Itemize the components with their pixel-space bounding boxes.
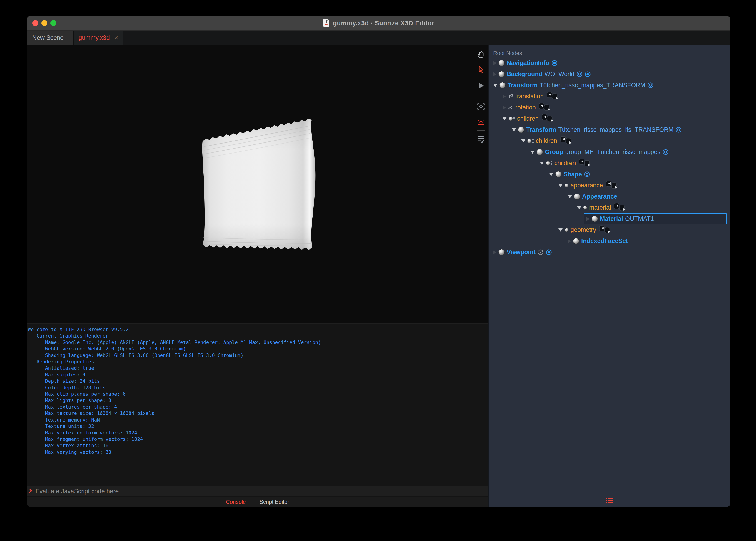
node-sphere-icon xyxy=(546,161,550,165)
translation-field-icon xyxy=(508,94,513,99)
node-type-label: Viewpoint xyxy=(507,249,536,256)
tab-script-editor[interactable]: Script Editor xyxy=(260,499,289,505)
collapse-arrow-icon[interactable] xyxy=(503,117,507,120)
console-input-placeholder[interactable]: Evaluate JavaScript code here. xyxy=(35,488,120,495)
pan-hand-icon[interactable] xyxy=(476,50,486,59)
collapse-arrow-icon[interactable] xyxy=(549,173,553,176)
console-input-row[interactable]: Evaluate JavaScript code here. xyxy=(27,486,488,496)
node-type-label: Background xyxy=(507,71,543,78)
console-line: Max vertex uniform vectors: 1024 xyxy=(28,430,488,436)
packet-3d-model xyxy=(192,102,320,262)
tree-row-appearance[interactable]: appearance xyxy=(556,180,727,191)
children-field-icon xyxy=(509,117,515,121)
outline-list-icon[interactable] xyxy=(606,498,613,504)
tab-gummy-x3d[interactable]: gummy.x3d × xyxy=(74,31,123,45)
node-sphere-icon xyxy=(574,194,580,200)
outline-tree: NavigationInfoBackgroundWO_WorldTransfor… xyxy=(489,57,730,258)
node-sphere-icon xyxy=(498,60,505,66)
tree-row-transform[interactable]: TransformTütchen_rissc_mappes_ifs_TRANSF… xyxy=(509,124,727,135)
tab-new-scene[interactable]: New Scene xyxy=(27,31,74,45)
tree-row-children[interactable]: children xyxy=(537,158,727,169)
console-line: Welcome to X_ITE X3D Browser v9.5.2: xyxy=(28,326,488,333)
bind-icon[interactable] xyxy=(551,60,558,66)
node-sphere-icon xyxy=(565,228,568,232)
tree-row-background[interactable]: BackgroundWO_World xyxy=(491,69,727,80)
route-connector-icon[interactable] xyxy=(547,92,558,101)
tree-row-navigationinfo[interactable]: NavigationInfo xyxy=(491,57,727,69)
console-tab-strip: Console Script Editor xyxy=(27,497,488,507)
tree-row-material[interactable]: MaterialOUTMAT1 xyxy=(584,213,727,225)
console-line: Texture units: 32 xyxy=(28,423,488,429)
tool-icon[interactable] xyxy=(538,249,544,255)
editor-left-area: Welcome to X_ITE X3D Browser v9.5.2: Cur… xyxy=(27,45,488,507)
tree-row-translation[interactable]: translation xyxy=(500,91,727,102)
console-line: Max textures per shape: 4 xyxy=(28,404,488,410)
tree-row-children[interactable]: children xyxy=(518,135,727,147)
node-def-name: group_ME_Tütchen_rissc_mappes xyxy=(565,149,661,156)
console-line: Max vertex attribs: 16 xyxy=(28,442,488,449)
toolbar-divider xyxy=(477,130,485,131)
node-field-icon xyxy=(565,228,568,232)
collapse-arrow-icon[interactable] xyxy=(521,140,525,143)
viewport-3d[interactable] xyxy=(27,45,488,323)
node-type-label: Shape xyxy=(563,171,582,178)
collapse-arrow-icon[interactable] xyxy=(531,151,535,154)
tree-row-shape[interactable]: Shape xyxy=(546,169,727,180)
expand-arrow-icon[interactable] xyxy=(493,250,496,255)
select-arrow-icon[interactable] xyxy=(476,65,486,74)
play-icon[interactable] xyxy=(476,81,486,90)
expand-arrow-icon[interactable] xyxy=(493,72,496,76)
bind-icon[interactable] xyxy=(585,71,591,77)
visibility-icon[interactable] xyxy=(647,82,653,88)
visibility-icon[interactable] xyxy=(663,149,669,155)
tab-label: gummy.x3d xyxy=(78,34,110,41)
expand-arrow-icon[interactable] xyxy=(493,61,496,65)
tree-row-children[interactable]: children xyxy=(500,113,727,124)
script-edit-icon[interactable] xyxy=(476,135,486,144)
visibility-icon[interactable] xyxy=(576,71,583,77)
collapse-arrow-icon[interactable] xyxy=(512,128,516,132)
expand-arrow-icon[interactable] xyxy=(503,106,506,110)
collapse-arrow-icon[interactable] xyxy=(493,84,497,87)
collapse-arrow-icon[interactable] xyxy=(558,184,563,187)
tree-row-transform[interactable]: TransformTütchen_rissc_mappes_TRANSFORM xyxy=(491,80,727,91)
screenshot-icon[interactable] xyxy=(476,102,486,111)
titlebar[interactable]: gummy.x3d · Sunrize X3D Editor xyxy=(27,16,730,31)
node-def-name: OUTMAT1 xyxy=(625,215,654,222)
tree-row-group[interactable]: Groupgroup_ME_Tütchen_rissc_mappes xyxy=(528,147,727,158)
tab-close-icon[interactable]: × xyxy=(114,35,118,41)
sunrise-light-icon[interactable] xyxy=(476,117,486,127)
route-connector-icon[interactable] xyxy=(614,203,626,213)
tree-row-material[interactable]: material xyxy=(574,202,727,213)
tab-label: New Scene xyxy=(32,34,64,41)
route-connector-icon[interactable] xyxy=(606,181,618,190)
route-connector-icon[interactable] xyxy=(560,136,572,146)
collapse-arrow-icon[interactable] xyxy=(568,195,572,198)
window-title: gummy.x3d · Sunrize X3D Editor xyxy=(333,20,434,27)
collapse-arrow-icon[interactable] xyxy=(577,206,581,210)
node-type-label: IndexedFaceSet xyxy=(581,238,628,245)
collapse-arrow-icon[interactable] xyxy=(558,229,563,232)
expand-arrow-icon[interactable] xyxy=(586,217,590,221)
expand-arrow-icon[interactable] xyxy=(503,95,506,99)
bind-icon[interactable] xyxy=(546,249,552,255)
visibility-icon[interactable] xyxy=(676,127,682,133)
route-connector-icon[interactable] xyxy=(539,103,551,112)
tree-row-appearance[interactable]: Appearance xyxy=(565,191,727,202)
console-line: Depth size: 24 bits xyxy=(28,378,488,384)
node-field-icon xyxy=(565,184,568,187)
tree-row-geometry[interactable]: geometry xyxy=(556,225,727,236)
collapse-arrow-icon[interactable] xyxy=(540,162,544,165)
expand-arrow-icon[interactable] xyxy=(568,239,571,243)
outline-header: Root Nodes xyxy=(489,45,730,57)
route-connector-icon[interactable] xyxy=(579,159,591,168)
tree-row-viewpoint[interactable]: Viewpoint xyxy=(491,247,727,258)
visibility-icon[interactable] xyxy=(584,171,590,177)
console-line: Max fragment uniform vectors: 1024 xyxy=(28,436,488,442)
route-connector-icon[interactable] xyxy=(542,114,553,124)
tree-row-indexedfaceset[interactable]: IndexedFaceSet xyxy=(565,236,727,247)
console-output[interactable]: Welcome to X_ITE X3D Browser v9.5.2: Cur… xyxy=(27,323,488,486)
tab-console[interactable]: Console xyxy=(226,499,246,505)
tree-row-rotation[interactable]: rotation xyxy=(500,102,727,113)
route-connector-icon[interactable] xyxy=(599,225,611,235)
